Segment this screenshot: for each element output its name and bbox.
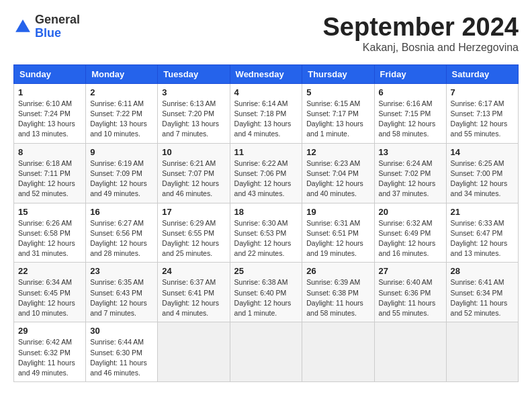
day-number: 26	[306, 266, 369, 276]
calendar-cell: 14Sunrise: 6:25 AM Sunset: 7:00 PM Dayli…	[446, 143, 518, 203]
day-detail: Sunrise: 6:26 AM Sunset: 6:58 PM Dayligh…	[18, 218, 81, 259]
day-detail: Sunrise: 6:32 AM Sunset: 6:49 PM Dayligh…	[379, 218, 442, 259]
logo-general-text: General	[35, 13, 80, 27]
day-detail: Sunrise: 6:10 AM Sunset: 7:24 PM Dayligh…	[18, 99, 81, 140]
day-number: 6	[379, 87, 442, 97]
day-detail: Sunrise: 6:35 AM Sunset: 6:43 PM Dayligh…	[90, 277, 153, 318]
calendar-cell: 25Sunrise: 6:38 AM Sunset: 6:40 PM Dayli…	[230, 263, 302, 322]
day-detail: Sunrise: 6:25 AM Sunset: 7:00 PM Dayligh…	[451, 158, 514, 199]
day-header-sunday: Sunday	[14, 64, 86, 83]
day-number: 28	[451, 266, 514, 276]
day-number: 27	[379, 266, 442, 276]
calendar-cell: 26Sunrise: 6:39 AM Sunset: 6:38 PM Dayli…	[302, 263, 374, 322]
day-detail: Sunrise: 6:30 AM Sunset: 6:53 PM Dayligh…	[234, 218, 298, 259]
day-header-tuesday: Tuesday	[158, 64, 230, 83]
day-detail: Sunrise: 6:21 AM Sunset: 7:07 PM Dayligh…	[162, 158, 225, 199]
day-header-thursday: Thursday	[302, 64, 374, 83]
calendar-cell	[230, 322, 302, 382]
calendar-cell: 7Sunrise: 6:17 AM Sunset: 7:13 PM Daylig…	[446, 83, 518, 143]
day-number: 3	[162, 87, 225, 97]
day-detail: Sunrise: 6:19 AM Sunset: 7:09 PM Dayligh…	[90, 158, 153, 199]
calendar-cell: 30Sunrise: 6:44 AM Sunset: 6:30 PM Dayli…	[86, 322, 158, 382]
calendar-cell: 22Sunrise: 6:34 AM Sunset: 6:45 PM Dayli…	[14, 263, 86, 322]
day-number: 2	[90, 87, 153, 97]
day-number: 22	[18, 266, 81, 276]
day-header-wednesday: Wednesday	[230, 64, 302, 83]
day-number: 30	[90, 326, 153, 336]
logo: General Blue	[13, 13, 80, 40]
day-detail: Sunrise: 6:31 AM Sunset: 6:51 PM Dayligh…	[306, 218, 369, 259]
day-detail: Sunrise: 6:23 AM Sunset: 7:04 PM Dayligh…	[306, 158, 369, 199]
day-number: 13	[379, 147, 442, 157]
logo-blue-text: Blue	[35, 27, 80, 40]
day-number: 16	[90, 207, 153, 217]
calendar-cell: 16Sunrise: 6:27 AM Sunset: 6:56 PM Dayli…	[86, 203, 158, 263]
logo-icon	[13, 17, 32, 36]
day-number: 18	[234, 207, 298, 217]
day-number: 25	[234, 266, 298, 276]
day-detail: Sunrise: 6:38 AM Sunset: 6:40 PM Dayligh…	[234, 277, 298, 318]
day-number: 12	[306, 147, 369, 157]
day-number: 14	[451, 147, 514, 157]
day-detail: Sunrise: 6:44 AM Sunset: 6:30 PM Dayligh…	[90, 337, 153, 378]
calendar-cell: 4Sunrise: 6:14 AM Sunset: 7:18 PM Daylig…	[230, 83, 302, 143]
calendar-week-row: 8Sunrise: 6:18 AM Sunset: 7:11 PM Daylig…	[14, 143, 519, 203]
day-number: 15	[18, 207, 81, 217]
calendar-cell	[302, 322, 374, 382]
day-number: 7	[451, 87, 514, 97]
svg-marker-0	[15, 19, 30, 32]
calendar-cell: 27Sunrise: 6:40 AM Sunset: 6:36 PM Dayli…	[374, 263, 446, 322]
day-detail: Sunrise: 6:13 AM Sunset: 7:20 PM Dayligh…	[162, 99, 225, 140]
calendar-cell	[374, 322, 446, 382]
month-title: September 2024	[323, 13, 519, 42]
day-detail: Sunrise: 6:24 AM Sunset: 7:02 PM Dayligh…	[379, 158, 442, 199]
day-detail: Sunrise: 6:22 AM Sunset: 7:06 PM Dayligh…	[234, 158, 298, 199]
calendar-cell	[446, 322, 518, 382]
calendar-cell: 3Sunrise: 6:13 AM Sunset: 7:20 PM Daylig…	[158, 83, 230, 143]
day-number: 11	[234, 147, 298, 157]
location-title: Kakanj, Bosnia and Herzegovina	[323, 42, 519, 54]
title-section: September 2024 Kakanj, Bosnia and Herzeg…	[323, 13, 519, 54]
calendar-cell: 11Sunrise: 6:22 AM Sunset: 7:06 PM Dayli…	[230, 143, 302, 203]
calendar-cell: 18Sunrise: 6:30 AM Sunset: 6:53 PM Dayli…	[230, 203, 302, 263]
day-number: 4	[234, 87, 298, 97]
day-number: 24	[162, 266, 225, 276]
day-number: 8	[18, 147, 81, 157]
day-detail: Sunrise: 6:17 AM Sunset: 7:13 PM Dayligh…	[451, 99, 514, 140]
day-number: 1	[18, 87, 81, 97]
calendar-week-row: 22Sunrise: 6:34 AM Sunset: 6:45 PM Dayli…	[14, 263, 519, 322]
calendar-cell: 2Sunrise: 6:11 AM Sunset: 7:22 PM Daylig…	[86, 83, 158, 143]
calendar-cell: 9Sunrise: 6:19 AM Sunset: 7:09 PM Daylig…	[86, 143, 158, 203]
calendar-cell: 15Sunrise: 6:26 AM Sunset: 6:58 PM Dayli…	[14, 203, 86, 263]
day-detail: Sunrise: 6:33 AM Sunset: 6:47 PM Dayligh…	[451, 218, 514, 259]
day-detail: Sunrise: 6:14 AM Sunset: 7:18 PM Dayligh…	[234, 99, 298, 140]
calendar-cell: 8Sunrise: 6:18 AM Sunset: 7:11 PM Daylig…	[14, 143, 86, 203]
calendar-cell: 24Sunrise: 6:37 AM Sunset: 6:41 PM Dayli…	[158, 263, 230, 322]
calendar-cell: 21Sunrise: 6:33 AM Sunset: 6:47 PM Dayli…	[446, 203, 518, 263]
day-number: 29	[18, 326, 81, 336]
day-detail: Sunrise: 6:37 AM Sunset: 6:41 PM Dayligh…	[162, 277, 225, 318]
day-number: 19	[306, 207, 369, 217]
day-detail: Sunrise: 6:34 AM Sunset: 6:45 PM Dayligh…	[18, 277, 81, 318]
day-detail: Sunrise: 6:42 AM Sunset: 6:32 PM Dayligh…	[18, 337, 81, 378]
calendar-cell: 1Sunrise: 6:10 AM Sunset: 7:24 PM Daylig…	[14, 83, 86, 143]
day-header-saturday: Saturday	[446, 64, 518, 83]
calendar-cell: 19Sunrise: 6:31 AM Sunset: 6:51 PM Dayli…	[302, 203, 374, 263]
calendar-cell: 23Sunrise: 6:35 AM Sunset: 6:43 PM Dayli…	[86, 263, 158, 322]
calendar-cell	[158, 322, 230, 382]
day-header-monday: Monday	[86, 64, 158, 83]
day-detail: Sunrise: 6:18 AM Sunset: 7:11 PM Dayligh…	[18, 158, 81, 199]
calendar-week-row: 15Sunrise: 6:26 AM Sunset: 6:58 PM Dayli…	[14, 203, 519, 263]
page-header: General Blue September 2024 Kakanj, Bosn…	[13, 13, 519, 54]
calendar-cell: 20Sunrise: 6:32 AM Sunset: 6:49 PM Dayli…	[374, 203, 446, 263]
calendar-cell: 10Sunrise: 6:21 AM Sunset: 7:07 PM Dayli…	[158, 143, 230, 203]
day-number: 20	[379, 207, 442, 217]
calendar-cell: 12Sunrise: 6:23 AM Sunset: 7:04 PM Dayli…	[302, 143, 374, 203]
day-detail: Sunrise: 6:16 AM Sunset: 7:15 PM Dayligh…	[379, 99, 442, 140]
day-header-friday: Friday	[374, 64, 446, 83]
day-number: 17	[162, 207, 225, 217]
calendar-cell: 17Sunrise: 6:29 AM Sunset: 6:55 PM Dayli…	[158, 203, 230, 263]
day-detail: Sunrise: 6:39 AM Sunset: 6:38 PM Dayligh…	[306, 277, 369, 318]
day-number: 10	[162, 147, 225, 157]
calendar-week-row: 1Sunrise: 6:10 AM Sunset: 7:24 PM Daylig…	[14, 83, 519, 143]
